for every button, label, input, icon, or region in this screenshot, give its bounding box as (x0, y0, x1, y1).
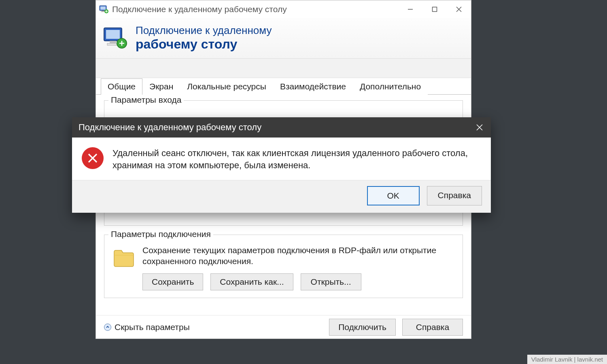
save-as-button[interactable]: Сохранить как... (210, 273, 293, 290)
folder-icon (112, 246, 135, 269)
minimize-button[interactable] (398, 0, 422, 18)
toggle-options-label: Скрыть параметры (115, 322, 190, 332)
maximize-button[interactable] (422, 0, 447, 18)
window-title: Подключение к удаленному рабочему столу (112, 4, 287, 14)
window-titlebar: Подключение к удаленному рабочему столу (96, 0, 471, 18)
dialog-title: Подключение к удаленному рабочему столу (79, 122, 261, 133)
tab-local-resources[interactable]: Локальные ресурсы (180, 78, 273, 95)
watermark: Vladimir Lavnik | lavnik.net (527, 355, 607, 364)
group-connection-legend: Параметры подключения (108, 229, 213, 239)
titlebar-buttons (398, 0, 471, 18)
group-connection: Параметры подключения Сохранение текущих… (104, 235, 463, 298)
bottom-bar: Скрыть параметры Подключить Справка (96, 315, 471, 339)
dialog-close-button[interactable] (468, 117, 491, 138)
tab-advanced[interactable]: Дополнительно (353, 78, 428, 95)
tab-screen[interactable]: Экран (142, 78, 180, 95)
banner-title: Подключение к удаленному рабочему столу (136, 25, 272, 52)
dialog-titlebar: Подключение к удаленному рабочему столу (72, 117, 491, 138)
tab-experience[interactable]: Взаимодействие (273, 78, 353, 95)
svg-rect-5 (433, 7, 437, 12)
connect-button[interactable]: Подключить (329, 319, 396, 336)
banner-line1: Подключение к удаленному (136, 25, 272, 37)
banner-strip (96, 59, 471, 78)
group-login-legend: Параметры входа (108, 95, 184, 105)
save-button[interactable]: Сохранить (142, 273, 203, 290)
rdp-app-icon (99, 4, 109, 14)
svg-rect-8 (110, 41, 116, 43)
group-connection-desc: Сохранение текущих параметров подключени… (142, 245, 454, 267)
toggle-options[interactable]: Скрыть параметры (104, 322, 190, 332)
chevron-up-icon (104, 324, 111, 331)
svg-rect-2 (102, 11, 104, 11)
dialog-button-row: OK Справка (72, 180, 491, 213)
error-dialog: Подключение к удаленному рабочему столу … (72, 117, 491, 213)
dialog-help-button[interactable]: Справка (427, 186, 482, 205)
open-button[interactable]: Открыть... (301, 273, 361, 290)
dialog-body: Удаленный сеанс отключен, так как клиент… (72, 138, 491, 180)
dialog-ok-button[interactable]: OK (367, 186, 420, 205)
tab-strip: Общие Экран Локальные ресурсы Взаимодейс… (96, 78, 471, 94)
help-button[interactable]: Справка (402, 319, 463, 336)
tab-general[interactable]: Общие (101, 78, 142, 95)
svg-rect-7 (106, 30, 120, 39)
rdp-banner-icon (102, 25, 130, 52)
svg-rect-1 (100, 6, 106, 10)
banner-line2: рабочему столу (136, 37, 272, 52)
error-icon (82, 147, 104, 169)
dialog-message: Удаленный сеанс отключен, так как клиент… (112, 147, 480, 172)
close-button[interactable] (447, 0, 471, 18)
banner: Подключение к удаленному рабочему столу (96, 18, 471, 59)
